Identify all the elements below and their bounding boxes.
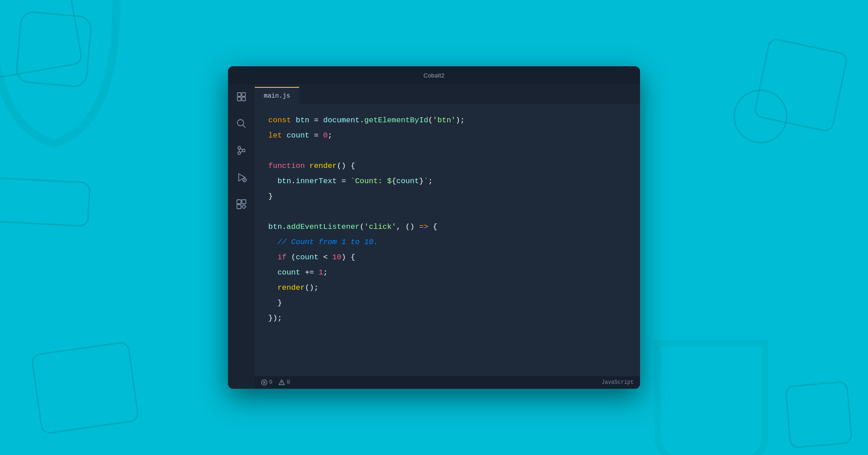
svg-point-4 <box>237 120 244 126</box>
code-line-15: } <box>268 296 631 311</box>
code-line-12: if (count < 10) { <box>268 250 631 265</box>
sidebar-item-search[interactable] <box>232 115 250 133</box>
svg-rect-14 <box>237 205 241 209</box>
code-line-2: let count = 0; <box>268 128 631 143</box>
main-area: main.js const btn = document.getElementB… <box>228 84 640 389</box>
svg-rect-3 <box>242 97 245 101</box>
svg-point-7 <box>238 152 241 155</box>
window-title: Cobalt2 <box>424 72 445 79</box>
status-left: 0 0 <box>261 379 290 386</box>
sidebar-item-run[interactable] <box>232 168 250 186</box>
tab-bar: main.js <box>255 84 640 104</box>
code-line-5: function render() { <box>268 159 631 174</box>
svg-line-5 <box>243 125 246 128</box>
tab-label: main.js <box>264 92 290 99</box>
code-editor[interactable]: const btn = document.getElementById('btn… <box>255 104 640 376</box>
code-line-6: btn.innerText = `Count: ${count}`; <box>268 174 631 189</box>
code-line-13: count += 1; <box>268 265 631 280</box>
code-line-7: } <box>268 189 631 204</box>
svg-line-11 <box>244 179 245 181</box>
code-line-16: }); <box>268 311 631 326</box>
code-line-11: // Count from 1 to 10. <box>268 235 631 250</box>
code-line-1: const btn = document.getElementById('btn… <box>268 113 631 128</box>
vscode-window: Cobalt2 <box>228 66 640 389</box>
code-line-8 <box>268 204 631 219</box>
error-count[interactable]: 0 <box>261 379 272 386</box>
sidebar-item-source-control[interactable] <box>232 142 250 159</box>
svg-point-6 <box>238 146 241 149</box>
code-line-10: btn.addEventListener('click', () => { <box>268 219 631 235</box>
status-bar: 0 0 JavaScript <box>255 376 640 389</box>
warning-count-label: 0 <box>287 379 290 386</box>
code-line-3 <box>268 143 631 159</box>
language-label: JavaScript <box>602 379 634 386</box>
svg-point-8 <box>242 149 245 152</box>
svg-rect-12 <box>237 200 241 204</box>
sidebar-item-extensions[interactable] <box>232 195 250 213</box>
tab-main-js[interactable]: main.js <box>255 87 299 104</box>
error-count-label: 0 <box>269 379 272 386</box>
svg-rect-2 <box>237 97 241 101</box>
svg-rect-1 <box>242 93 245 96</box>
svg-rect-13 <box>242 200 246 204</box>
svg-rect-0 <box>237 93 241 96</box>
sidebar-item-explorer[interactable] <box>232 88 250 106</box>
activity-bar <box>228 84 255 389</box>
code-line-14: render(); <box>268 280 631 296</box>
svg-marker-9 <box>239 174 245 181</box>
title-bar: Cobalt2 <box>228 66 640 84</box>
editor-area: main.js const btn = document.getElementB… <box>255 84 640 389</box>
warning-count[interactable]: 0 <box>279 379 290 386</box>
language-indicator[interactable]: JavaScript <box>602 379 634 386</box>
svg-point-19 <box>282 384 282 384</box>
